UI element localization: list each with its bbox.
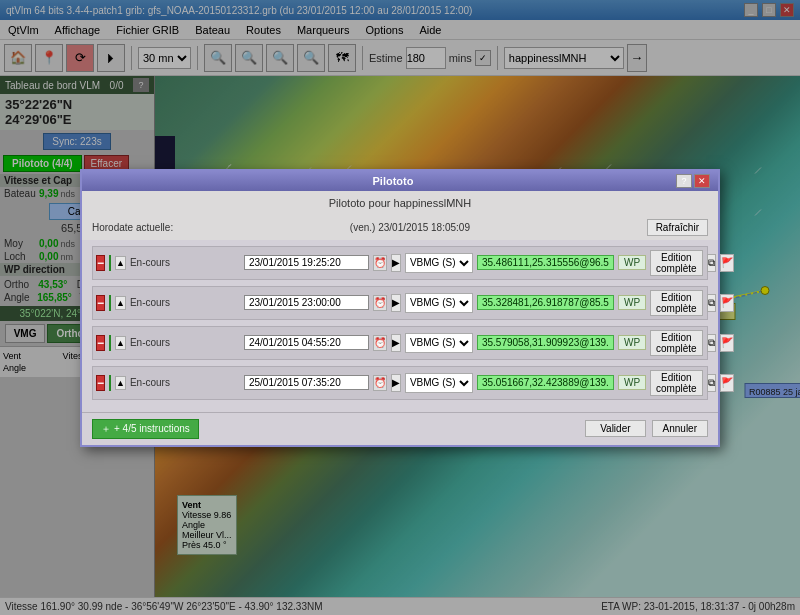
instruction-row-2: − ▲ En-cours ⏰ ▶ VBMG (S) WP Edition com…	[92, 286, 708, 320]
coord-input-3[interactable]	[477, 335, 614, 350]
annuler-button[interactable]: Annuler	[652, 420, 708, 437]
datetime-input-2[interactable]	[244, 295, 369, 310]
modal-titlebar: Pilototo ? ✕	[82, 171, 718, 191]
remove-btn-2[interactable]: −	[96, 295, 105, 311]
datetime-input-1[interactable]	[244, 255, 369, 270]
modal-controls: ? ✕	[676, 174, 710, 188]
arrow-icon-2[interactable]: ▶	[391, 294, 401, 312]
clock-icon-4[interactable]: ⏰	[373, 375, 387, 391]
modal-close-btn[interactable]: ✕	[694, 174, 710, 188]
add-instruction-button[interactable]: ＋ + 4/5 instructions	[92, 419, 199, 439]
wp-btn-3[interactable]: WP	[618, 335, 646, 350]
mode-select-3[interactable]: VBMG (S)	[405, 333, 473, 353]
arrow-icon-1[interactable]: ▶	[391, 254, 401, 272]
instruction-row-1: − ▲ En-cours ⏰ ▶ VBMG (S) WP Edition com…	[92, 246, 708, 280]
edition-btn-1[interactable]: Edition complète	[650, 250, 703, 276]
flag-icon-4[interactable]: 🚩	[720, 374, 734, 392]
add-instruction-label: + 4/5 instructions	[114, 423, 190, 434]
plus-icon: ＋	[101, 422, 111, 436]
active-indicator-3[interactable]	[109, 335, 111, 351]
up-btn-3[interactable]: ▲	[115, 336, 126, 350]
mode-select-2[interactable]: VBMG (S)	[405, 293, 473, 313]
copy-icon-3[interactable]: ⧉	[707, 334, 716, 352]
clock-icon-2[interactable]: ⏰	[373, 295, 387, 311]
status-label-4: En-cours	[130, 377, 240, 388]
coord-input-2[interactable]	[477, 295, 614, 310]
modal-help-btn[interactable]: ?	[676, 174, 692, 188]
status-label-1: En-cours	[130, 257, 240, 268]
wp-btn-4[interactable]: WP	[618, 375, 646, 390]
modal-overlay: Pilototo ? ✕ Pilototo pour happinesslMNH…	[0, 0, 800, 615]
copy-icon-4[interactable]: ⧉	[707, 374, 716, 392]
clock-icon-1[interactable]: ⏰	[373, 255, 387, 271]
mode-select-4[interactable]: VBMG (S)	[405, 373, 473, 393]
active-indicator-1[interactable]	[109, 255, 111, 271]
mode-select-1[interactable]: VBMG (S)	[405, 253, 473, 273]
footer-buttons: Valider Annuler	[585, 420, 708, 437]
horodate-value: (ven.) 23/01/2015 18:05:09	[350, 222, 470, 233]
horodate-label: Horodate actuelle:	[92, 222, 173, 233]
remove-btn-1[interactable]: −	[96, 255, 105, 271]
clock-icon-3[interactable]: ⏰	[373, 335, 387, 351]
coord-input-1[interactable]	[477, 255, 614, 270]
instruction-row-4: − ▲ En-cours ⏰ ▶ VBMG (S) WP Edition com…	[92, 366, 708, 400]
active-indicator-4[interactable]	[109, 375, 111, 391]
pilototo-modal: Pilototo ? ✕ Pilototo pour happinesslMNH…	[80, 169, 720, 447]
up-btn-1[interactable]: ▲	[115, 256, 126, 270]
copy-icon-1[interactable]: ⧉	[707, 254, 716, 272]
flag-icon-3[interactable]: 🚩	[720, 334, 734, 352]
status-label-3: En-cours	[130, 337, 240, 348]
instructions-container: − ▲ En-cours ⏰ ▶ VBMG (S) WP Edition com…	[82, 240, 718, 412]
modal-header-label: Pilototo pour happinesslMNH	[329, 197, 471, 209]
remove-btn-3[interactable]: −	[96, 335, 105, 351]
flag-icon-1[interactable]: 🚩	[720, 254, 734, 272]
edition-btn-4[interactable]: Edition complète	[650, 370, 703, 396]
up-btn-2[interactable]: ▲	[115, 296, 126, 310]
remove-btn-4[interactable]: −	[96, 375, 105, 391]
modal-header-text: Pilototo pour happinesslMNH	[82, 191, 718, 215]
edition-btn-3[interactable]: Edition complète	[650, 330, 703, 356]
arrow-icon-3[interactable]: ▶	[391, 334, 401, 352]
arrow-icon-4[interactable]: ▶	[391, 374, 401, 392]
modal-subheader: Horodate actuelle: (ven.) 23/01/2015 18:…	[82, 215, 718, 240]
active-indicator-2[interactable]	[109, 295, 111, 311]
modal-footer: ＋ + 4/5 instructions Valider Annuler	[82, 412, 718, 445]
modal-title: Pilototo	[373, 175, 414, 187]
flag-icon-2[interactable]: 🚩	[720, 294, 734, 312]
up-btn-4[interactable]: ▲	[115, 376, 126, 390]
datetime-input-3[interactable]	[244, 335, 369, 350]
status-label-2: En-cours	[130, 297, 240, 308]
valider-button[interactable]: Valider	[585, 420, 645, 437]
wp-btn-1[interactable]: WP	[618, 255, 646, 270]
coord-input-4[interactable]	[477, 375, 614, 390]
datetime-input-4[interactable]	[244, 375, 369, 390]
copy-icon-2[interactable]: ⧉	[707, 294, 716, 312]
wp-btn-2[interactable]: WP	[618, 295, 646, 310]
instruction-row-3: − ▲ En-cours ⏰ ▶ VBMG (S) WP Edition com…	[92, 326, 708, 360]
edition-btn-2[interactable]: Edition complète	[650, 290, 703, 316]
refresh-button[interactable]: Rafraîchir	[647, 219, 708, 236]
